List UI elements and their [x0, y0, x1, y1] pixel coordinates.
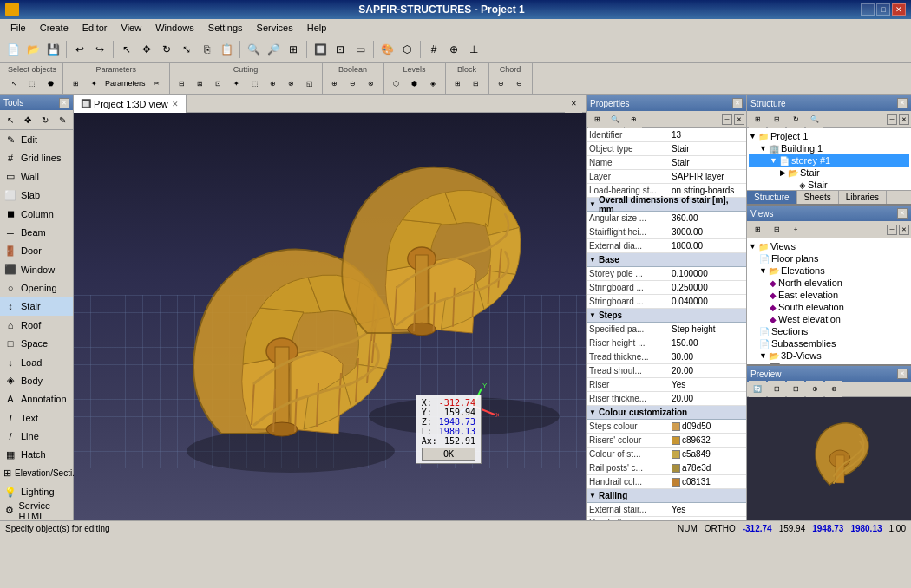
tool-item-opening[interactable]: ○ Opening [0, 278, 73, 297]
tool-item-column[interactable]: ◼ Column [0, 205, 73, 223]
preview-btn1[interactable]: 🔄 [749, 381, 766, 398]
menu-file[interactable]: File [3, 21, 33, 35]
prop-sort-btn[interactable]: ⊞ [588, 111, 606, 128]
prop-minimize-btn[interactable]: ─ [722, 114, 732, 125]
railing-toggle[interactable]: ▼ [589, 492, 596, 500]
menu-windows[interactable]: Windows [148, 21, 201, 35]
bool-btn3[interactable]: ⊗ [363, 75, 380, 92]
menu-help[interactable]: Help [300, 21, 334, 35]
preview-btn5[interactable]: ⊗ [825, 381, 842, 398]
views-expand-btn[interactable]: ⊞ [749, 221, 766, 238]
view-top-btn[interactable]: ⊡ [331, 40, 350, 59]
tool-icon-select[interactable]: ↖ [3, 112, 18, 127]
struct-collapse-btn[interactable]: ⊟ [768, 111, 785, 128]
tool-item-edit[interactable]: ✎ Edit [0, 130, 73, 148]
preview-btn4[interactable]: ⊕ [806, 381, 823, 398]
snap-btn[interactable]: ⊕ [444, 40, 463, 59]
tool-item-roof[interactable]: ⌂ Roof [0, 316, 73, 334]
tool-item-slab[interactable]: ⬜ Slab [0, 186, 73, 205]
views-tree-views[interactable]: ▼ 📁 Views [749, 240, 909, 252]
colour-toggle[interactable]: ▼ [589, 408, 596, 416]
steps-toggle[interactable]: ▼ [589, 311, 596, 319]
lvl-btn2[interactable]: ⬢ [406, 75, 423, 92]
render-btn[interactable]: 🎨 [377, 40, 397, 59]
views-sections[interactable]: 📄 Sections [749, 325, 909, 337]
lvl-btn1[interactable]: ⬡ [388, 75, 405, 92]
tool-item-space[interactable]: □ Space [0, 335, 73, 353]
cut-btn5[interactable]: ⬚ [246, 75, 264, 92]
tools-pin-btn[interactable]: ✕ [59, 98, 69, 108]
tree-stair-group[interactable]: ▶ 📂 Stair [749, 167, 909, 179]
maximize-button[interactable]: □ [876, 3, 890, 16]
tool-item-window[interactable]: ⬛ Window [0, 260, 73, 278]
save-button[interactable]: 💾 [43, 40, 62, 59]
rotate-btn[interactable]: ↻ [157, 40, 176, 59]
struct-search-btn[interactable]: 🔍 [806, 111, 823, 128]
zoom-in-btn[interactable]: 🔍 [244, 40, 263, 59]
tool-item-wall[interactable]: ▭ Wall [0, 167, 73, 186]
prop-close-btn[interactable]: ✕ [734, 114, 744, 125]
minimize-button[interactable]: ─ [861, 3, 875, 16]
struct-refresh-btn[interactable]: ↻ [787, 111, 804, 128]
view-front-btn[interactable]: ▭ [351, 40, 370, 59]
cut-btn2[interactable]: ⊠ [192, 75, 209, 92]
tab-structure[interactable]: Structure [747, 191, 797, 204]
views-elevations-expand[interactable]: ▼ [759, 266, 767, 275]
cut-btn7[interactable]: ⊗ [283, 75, 300, 92]
params-btn1[interactable]: ⊞ [67, 75, 84, 92]
view-tab-close[interactable]: ✕ [172, 100, 179, 108]
base-toggle[interactable]: ▼ [589, 256, 596, 264]
menu-settings[interactable]: Settings [201, 21, 250, 35]
struct-close-btn[interactable]: ✕ [899, 114, 909, 125]
select-box-btn[interactable]: ⬚ [23, 75, 41, 92]
wire-btn[interactable]: ⬡ [397, 40, 416, 59]
tool-item-door[interactable]: 🚪 Door [0, 242, 73, 260]
paste-btn[interactable]: 📋 [217, 40, 236, 59]
select-all-btn[interactable]: ↖ [5, 75, 23, 92]
views-new-btn[interactable]: + [787, 221, 804, 238]
prop-filter-btn[interactable]: 🔍 [606, 111, 624, 128]
menu-view[interactable]: View [115, 21, 149, 35]
bool-btn2[interactable]: ⊖ [344, 75, 362, 92]
cut-btn6[interactable]: ⊕ [265, 75, 282, 92]
tree-storey1[interactable]: ▼ 📄 storey #1 [749, 154, 909, 167]
struct-pin-btn[interactable]: ✕ [897, 98, 908, 108]
tool-icon-move[interactable]: ✥ [20, 112, 36, 127]
bool-btn1[interactable]: ⊕ [326, 75, 344, 92]
canvas-3d[interactable]: X Y Z X: -312.74 Y: 159.94 Z: [74, 113, 586, 520]
tree-storey1-expand[interactable]: ▼ [770, 156, 777, 165]
params-btn3[interactable]: ✂ [148, 75, 166, 92]
views-views-expand[interactable]: ▼ [749, 242, 757, 251]
grid-btn[interactable]: # [424, 40, 443, 59]
view3d-btn[interactable]: 🔲 [311, 40, 330, 59]
tool-item-body[interactable]: ◈ Body [0, 371, 73, 389]
views-collapse-btn[interactable]: ⊟ [768, 221, 785, 238]
copy-btn[interactable]: ⎘ [197, 40, 216, 59]
views-minimize-btn[interactable]: ─ [887, 225, 897, 235]
views-close-btn[interactable]: ✕ [899, 225, 909, 235]
new-button[interactable]: 📄 [3, 40, 23, 59]
chord-btn1[interactable]: ⊕ [493, 75, 510, 92]
views-south-elev[interactable]: ◆ South elevation [749, 301, 909, 313]
tool-item-stair[interactable]: ↕ Stair [0, 297, 73, 316]
menu-services[interactable]: Services [250, 21, 300, 35]
tab-libraries[interactable]: Libraries [839, 191, 887, 204]
struct-minimize-btn[interactable]: ─ [887, 114, 897, 125]
views-east-elev[interactable]: ◆ East elevation [749, 289, 909, 301]
cut-btn4[interactable]: ✦ [228, 75, 246, 92]
views-tree-elevations[interactable]: ▼ 📂 Elevations [749, 265, 909, 277]
tool-item-line[interactable]: / Line [0, 427, 73, 445]
tool-item-text[interactable]: T Text [0, 408, 73, 427]
tool-item-annotation[interactable]: A Annotation [0, 390, 73, 408]
redo-button[interactable]: ↪ [90, 40, 109, 59]
tree-building1[interactable]: ▼ 🏢 Building 1 [749, 142, 909, 154]
preview-btn2[interactable]: ⊞ [768, 381, 785, 398]
preview-btn3[interactable]: ⊟ [787, 381, 804, 398]
views-3dviews[interactable]: ▼ 📂 3D-Views [749, 350, 909, 362]
move-btn[interactable]: ✥ [137, 40, 156, 59]
tool-item-servicehtml[interactable]: ⚙ Service HTML [0, 501, 73, 520]
undo-button[interactable]: ↩ [70, 40, 89, 59]
cut-btn3[interactable]: ⊡ [210, 75, 227, 92]
tree-project1-expand[interactable]: ▼ [749, 132, 757, 140]
select-btn[interactable]: ↖ [117, 40, 136, 59]
